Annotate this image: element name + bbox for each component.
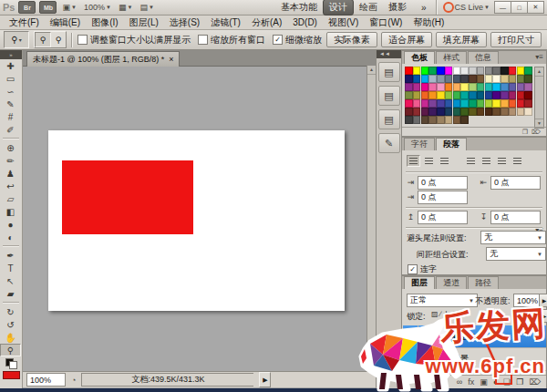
color-swatch[interactable] <box>413 67 421 75</box>
color-swatch[interactable] <box>460 108 469 116</box>
color-swatch[interactable] <box>477 75 485 83</box>
color-swatch[interactable] <box>460 83 469 91</box>
color-swatch[interactable] <box>460 91 469 99</box>
color-swatch[interactable] <box>421 108 429 116</box>
zoom-level-button[interactable]: 100%▼ <box>82 3 113 12</box>
color-swatch[interactable] <box>421 75 429 83</box>
color-swatch[interactable] <box>421 99 429 108</box>
color-swatch[interactable] <box>428 108 437 116</box>
quick-selection-tool[interactable]: ✎ <box>0 98 21 110</box>
align-left-button[interactable] <box>407 155 420 167</box>
color-swatch[interactable] <box>501 67 509 75</box>
indent-left-field[interactable]: 0 点 <box>418 176 468 190</box>
color-swatch[interactable] <box>509 91 517 99</box>
dock-panel-icon-2[interactable]: ▤ <box>378 86 400 106</box>
option-缩放所有窗口[interactable]: 缩放所有窗口 <box>198 34 265 46</box>
color-swatch[interactable] <box>413 75 421 83</box>
type-tool[interactable]: T <box>0 262 21 274</box>
color-swatch[interactable] <box>477 99 485 108</box>
eraser-tool[interactable]: ▱ <box>0 192 21 205</box>
checkbox-icon[interactable] <box>198 35 208 45</box>
dock-clone-source-icon[interactable]: ✎ <box>378 133 400 153</box>
zoom-out-button[interactable]: ⚲ <box>51 33 66 46</box>
color-swatch[interactable] <box>453 91 461 99</box>
dodge-tool[interactable]: ◐ <box>0 231 21 243</box>
color-swatch[interactable] <box>517 67 525 75</box>
color-swatch[interactable] <box>460 67 469 75</box>
hyphenate-checkbox[interactable]: ✓ <box>408 264 418 274</box>
color-swatch[interactable] <box>460 75 469 83</box>
blend-mode-select[interactable]: 正常▼ <box>407 294 478 307</box>
close-button[interactable]: ✕ <box>527 1 544 14</box>
lasso-tool[interactable]: ∽ <box>0 85 21 98</box>
foreground-color-swatch[interactable] <box>3 371 20 379</box>
color-swatch[interactable] <box>445 91 453 99</box>
layer-style-icon[interactable]: fx <box>468 377 474 387</box>
color-swatch[interactable] <box>413 99 421 108</box>
justify-last-right-button[interactable] <box>495 155 509 167</box>
color-swatch[interactable] <box>469 99 477 108</box>
color-swatch[interactable] <box>445 116 453 124</box>
color-swatch[interactable] <box>453 108 461 116</box>
rectangular-marquee-tool[interactable]: ▭ <box>0 72 21 85</box>
color-swatch[interactable] <box>421 83 429 91</box>
bridge-button[interactable]: Br <box>18 1 36 14</box>
fill-arrow-icon[interactable]: ▶ <box>539 309 547 323</box>
gradient-tool[interactable]: ◧ <box>0 205 21 218</box>
color-swatch[interactable] <box>405 67 413 75</box>
color-swatch[interactable] <box>477 108 485 116</box>
workspace-绘画[interactable]: 绘画 <box>354 0 383 15</box>
checkbox-icon[interactable]: ✓ <box>273 35 283 45</box>
color-swatch[interactable] <box>509 83 517 91</box>
color-swatch[interactable] <box>428 67 437 75</box>
color-swatch[interactable] <box>469 83 477 91</box>
color-swatch[interactable] <box>509 99 517 108</box>
color-swatch[interactable] <box>413 116 421 124</box>
lock-icon-2[interactable]: ∕ <box>440 310 441 318</box>
color-swatch[interactable] <box>477 83 485 91</box>
3d-orbit-tool[interactable]: ↺ <box>0 318 21 331</box>
justify-all-button[interactable] <box>511 155 524 167</box>
color-swatch[interactable] <box>405 91 413 99</box>
scroll-down-icon[interactable]: ▼ <box>367 362 376 371</box>
eyedropper-tool[interactable]: ✐ <box>0 123 21 136</box>
color-swatch[interactable] <box>445 75 453 83</box>
space-after-field[interactable]: 0 点 <box>490 211 541 224</box>
zoom-tool-preset[interactable]: ⚲▾ <box>4 31 29 48</box>
layer-visibility-toggle[interactable]: ⊙ <box>403 348 418 370</box>
brush-tool[interactable]: ✏ <box>0 154 21 167</box>
color-swatch[interactable] <box>501 108 509 116</box>
color-swatch[interactable] <box>524 67 532 75</box>
new-group-icon[interactable]: ❏ <box>503 377 511 387</box>
color-swatch[interactable] <box>485 83 493 91</box>
menu-item-帮助(H)[interactable]: 帮助(H) <box>408 16 449 29</box>
color-swatch[interactable] <box>524 91 532 99</box>
color-swatch[interactable] <box>492 83 501 91</box>
dock-collapse-button[interactable]: ◄◄ <box>377 50 401 58</box>
color-swatch[interactable] <box>428 91 437 99</box>
menu-item-文件(F)[interactable]: 文件(F) <box>4 16 45 29</box>
menu-item-3D(D)[interactable]: 3D(D) <box>287 17 323 27</box>
color-swatch[interactable] <box>509 108 517 116</box>
color-swatch[interactable] <box>405 83 413 91</box>
add-layer-mask-icon[interactable]: ▣ <box>480 377 488 387</box>
default-colors-icon[interactable] <box>5 358 17 369</box>
arrange-documents-button[interactable]: ▣▼ <box>60 3 77 12</box>
screen-mode-button[interactable]: ▤▼ <box>138 3 155 12</box>
color-swatch[interactable] <box>445 67 453 75</box>
swatches-tab-样式[interactable]: 样式 <box>436 51 467 64</box>
color-swatch[interactable] <box>453 83 461 91</box>
color-swatch[interactable] <box>437 83 445 91</box>
lock-icon-1[interactable]: ▨ <box>431 310 439 318</box>
color-swatch[interactable] <box>485 99 493 108</box>
rectangle-tool[interactable]: ▰ <box>0 287 21 300</box>
minimize-button[interactable]: — <box>494 1 511 14</box>
layers-tab-通道[interactable]: 通道 <box>436 276 467 289</box>
new-swatch-icon[interactable]: ❐ <box>522 129 528 136</box>
color-swatch[interactable] <box>517 83 525 91</box>
color-swatch[interactable] <box>492 108 501 116</box>
menu-item-视图(V)[interactable]: 视图(V) <box>323 16 364 29</box>
kinsoku-select[interactable]: 无▼ <box>480 231 546 244</box>
color-swatch[interactable] <box>428 83 437 91</box>
indent-firstline-field[interactable]: 0 点 <box>418 191 468 204</box>
